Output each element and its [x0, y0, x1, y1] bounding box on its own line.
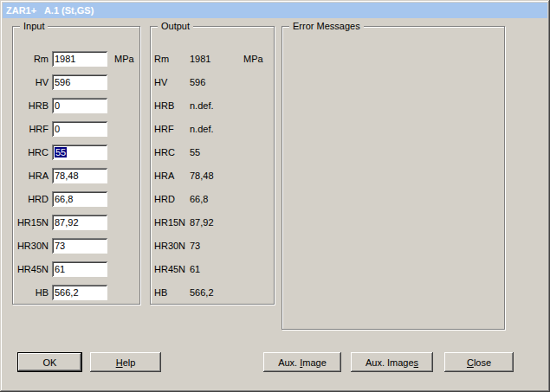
- input-field-hr30n[interactable]: 73: [52, 238, 107, 254]
- output-row-label: HB: [154, 287, 190, 298]
- input-row: HRC 55: [13, 140, 139, 164]
- input-field-hr45n[interactable]: 61: [52, 261, 107, 277]
- output-row: HRA 78,48: [151, 164, 274, 187]
- input-field-hrf[interactable]: 0: [52, 121, 107, 137]
- input-field-hrc[interactable]: 55: [52, 145, 107, 160]
- output-row-label: HRB: [154, 100, 190, 111]
- input-group-label: Input: [20, 21, 48, 32]
- input-field-value: 566,2: [55, 287, 79, 298]
- input-row: HRF 0: [13, 117, 139, 140]
- window-title: ZAR1+ A.1 (St,GS): [6, 5, 94, 16]
- input-row: HR30N 73: [13, 234, 139, 257]
- input-field-hrd[interactable]: 66,8: [52, 191, 107, 207]
- output-group-label: Output: [158, 21, 193, 32]
- output-row: HR45N 61: [151, 257, 274, 280]
- aux-image-button-label: Aux. Image: [278, 357, 327, 368]
- output-row-value: 55: [190, 147, 240, 157]
- input-row: HB 566,2: [13, 280, 139, 304]
- help-button[interactable]: Help: [90, 352, 161, 372]
- output-row-value: n.def.: [190, 124, 240, 134]
- input-row-label: HRF: [13, 124, 49, 134]
- output-row: HRC 55: [151, 140, 274, 164]
- output-row-value: 78,48: [190, 170, 240, 181]
- input-field-value: 55: [55, 147, 67, 157]
- input-row-label: Rm: [13, 54, 49, 64]
- output-groupbox: Output Rm 1981 MPa HV 596 HRB n.def. HRF…: [150, 26, 275, 305]
- output-row: HR15N 87,92: [151, 210, 274, 234]
- output-rows: Rm 1981 MPa HV 596 HRB n.def. HRF n.def.…: [151, 47, 274, 304]
- input-row-label: HR15N: [13, 217, 49, 228]
- output-row: HR30N 73: [151, 234, 274, 257]
- output-row: Rm 1981 MPa: [151, 47, 274, 70]
- input-row: HRD 66,8: [13, 187, 139, 210]
- input-field-hrb[interactable]: 0: [52, 98, 107, 113]
- input-row-label: HV: [13, 77, 49, 87]
- input-field-hr15n[interactable]: 87,92: [52, 215, 107, 230]
- input-field-hb[interactable]: 566,2: [52, 285, 107, 300]
- input-field-value: 1981: [55, 54, 75, 64]
- input-row-label: HRB: [13, 100, 49, 111]
- input-field-value: 78,48: [55, 170, 79, 181]
- input-row-label: HRC: [13, 147, 49, 157]
- output-row: HV 596: [151, 70, 274, 93]
- input-field-value: 66,8: [55, 194, 73, 204]
- error-messages-group-label: Error Messages: [289, 21, 364, 32]
- unit-label: MPa: [243, 54, 263, 64]
- input-row-label: HRA: [13, 170, 49, 181]
- ok-button-label: OK: [43, 357, 57, 368]
- input-row-label: HR45N: [13, 264, 49, 274]
- output-row: HRB n.def.: [151, 93, 274, 117]
- output-row-value: 596: [190, 77, 240, 87]
- output-row-label: HR15N: [154, 217, 190, 228]
- input-field-hv[interactable]: 596: [52, 74, 107, 90]
- input-groupbox: Input Rm 1981 MPa HV 596 HRB 0 HRF 0 HRC…: [12, 26, 140, 305]
- output-row-value: 1981: [190, 54, 240, 64]
- output-row-value: 87,92: [190, 217, 240, 228]
- output-row: HRF n.def.: [151, 117, 274, 140]
- input-row: HRB 0: [13, 93, 139, 117]
- output-row-label: HRA: [154, 170, 190, 181]
- close-button[interactable]: Close: [444, 352, 514, 372]
- output-row: HB 566,2: [151, 280, 274, 304]
- output-row-value: n.def.: [190, 100, 240, 111]
- ok-button[interactable]: OK: [17, 352, 82, 372]
- input-row: HR45N 61: [13, 257, 139, 280]
- input-field-value: 73: [55, 241, 65, 251]
- input-field-rm[interactable]: 1981: [52, 51, 107, 67]
- output-row-label: HV: [154, 77, 190, 87]
- input-field-value: 0: [55, 124, 60, 134]
- output-row-value: 73: [190, 241, 240, 251]
- output-row-label: HRD: [154, 194, 190, 204]
- input-field-value: 596: [55, 77, 70, 87]
- aux-image-button[interactable]: Aux. Image: [263, 352, 341, 372]
- output-row-value: 66,8: [190, 194, 240, 204]
- input-row-label: HRD: [13, 194, 49, 204]
- input-row: HRA 78,48: [13, 164, 139, 187]
- error-messages-groupbox: Error Messages: [281, 26, 505, 330]
- output-row-label: HRF: [154, 124, 190, 134]
- output-row-value: 61: [190, 264, 240, 274]
- output-row-value: 566,2: [190, 287, 240, 298]
- aux-images-button-label: Aux. Images: [366, 357, 418, 368]
- title-bar[interactable]: ZAR1+ A.1 (St,GS): [3, 3, 547, 18]
- output-row-label: HR45N: [154, 264, 190, 274]
- input-field-hra[interactable]: 78,48: [52, 168, 107, 183]
- aux-images-button[interactable]: Aux. Images: [351, 352, 433, 372]
- input-row: HR15N 87,92: [13, 210, 139, 234]
- close-button-label: Close: [467, 357, 491, 368]
- output-row-label: HRC: [154, 147, 190, 157]
- input-field-value: 87,92: [55, 217, 79, 228]
- unit-label: MPa: [114, 54, 134, 64]
- output-row-label: HR30N: [154, 241, 190, 251]
- dialog-window: ZAR1+ A.1 (St,GS) Input Rm 1981 MPa HV 5…: [0, 0, 550, 392]
- output-row-label: Rm: [154, 54, 190, 64]
- input-field-value: 0: [55, 100, 60, 111]
- help-button-label: Help: [116, 357, 136, 368]
- input-row: Rm 1981 MPa: [13, 47, 139, 70]
- input-field-value: 61: [55, 264, 65, 274]
- input-row-label: HB: [13, 287, 49, 298]
- input-row-label: HR30N: [13, 241, 49, 251]
- input-row: HV 596: [13, 70, 139, 93]
- output-row: HRD 66,8: [151, 187, 274, 210]
- input-rows: Rm 1981 MPa HV 596 HRB 0 HRF 0 HRC 55 HR…: [13, 47, 139, 304]
